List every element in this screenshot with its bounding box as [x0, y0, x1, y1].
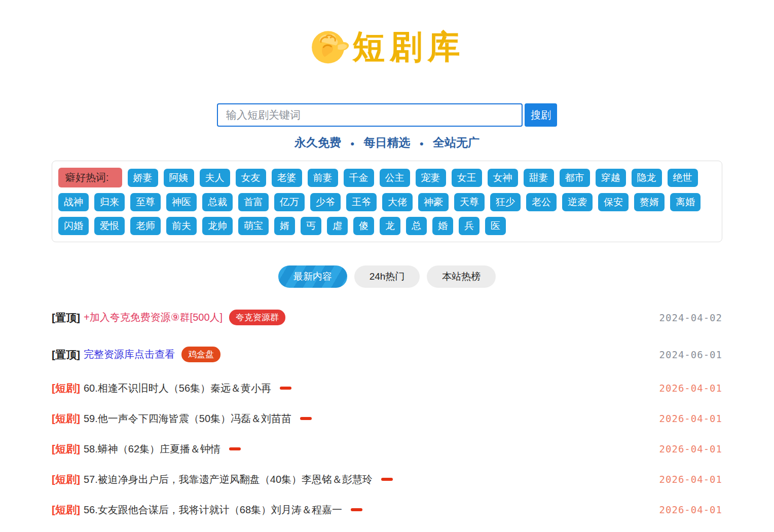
site-header: 短剧库: [0, 21, 774, 72]
keyword-tag[interactable]: 千金: [344, 169, 374, 187]
keyword-tag[interactable]: 都市: [560, 169, 590, 187]
keyword-tag[interactable]: 丐: [301, 217, 321, 235]
keyword-tag[interactable]: 娇妻: [128, 169, 158, 187]
search-button[interactable]: 搜剧: [525, 103, 557, 127]
list-item-title[interactable]: 57.被迫净身出户后，我靠遗产逆风翻盘（40集）李恩铭＆彭慧玲: [84, 473, 373, 486]
list-item: [短剧]55.妈妈只爱我（70集）王阡惠＆牛博宇2026-04-01: [52, 525, 722, 532]
keyword-tag[interactable]: 龙帅: [202, 217, 233, 235]
hot-keywords-label: 癖好热词:: [58, 168, 122, 187]
list-item-prefix: [置顶]: [52, 311, 80, 325]
site-tagline: 永久免费●每日精选●全站无广: [0, 135, 774, 150]
tagline-dot-icon: ●: [350, 139, 354, 147]
keyword-tag[interactable]: 龙: [380, 217, 400, 235]
search-input[interactable]: [217, 103, 523, 127]
keyword-tag[interactable]: 神医: [166, 193, 197, 211]
keyword-tag[interactable]: 大佬: [382, 193, 413, 211]
list-item-title[interactable]: 完整资源库点击查看: [84, 348, 175, 361]
list-item-prefix: [短剧]: [52, 381, 80, 395]
keyword-tag[interactable]: 王爷: [346, 193, 377, 211]
keyword-tag[interactable]: 女友: [236, 169, 266, 187]
keyword-tag[interactable]: 至尊: [130, 193, 161, 211]
keyword-tag[interactable]: 老师: [130, 217, 161, 235]
keyword-tag[interactable]: 保安: [598, 193, 629, 211]
keyword-tag[interactable]: 神豪: [418, 193, 449, 211]
keyword-tag[interactable]: 女神: [488, 169, 518, 187]
list-item-title[interactable]: 56.女友跟他合谋后，我将计就计（68集）刘月涛＆程嘉一: [84, 503, 342, 517]
tab-active[interactable]: 最新内容: [278, 265, 347, 288]
tab-item[interactable]: 24h热门: [354, 265, 420, 288]
list-item-prefix: [短剧]: [52, 503, 80, 517]
keyword-tag[interactable]: 阿姨: [164, 169, 194, 187]
keyword-tag[interactable]: 赘婿: [634, 193, 665, 211]
keyword-tag[interactable]: 婚: [432, 217, 453, 235]
keyword-tag[interactable]: 婿: [274, 217, 295, 235]
keyword-tag[interactable]: 前妻: [308, 169, 338, 187]
content-tabs: 最新内容24h热门本站热榜: [0, 265, 774, 288]
list-item-title[interactable]: 58.蟒神（62集）庄夏播＆钟情: [84, 442, 220, 456]
keyword-tag[interactable]: 亿万: [274, 193, 305, 211]
keyword-tag[interactable]: 离婚: [670, 193, 701, 211]
list-item-title[interactable]: 60.相逢不识旧时人（56集）秦远＆黄小再: [84, 382, 271, 395]
keyword-tag[interactable]: 战神: [58, 193, 89, 211]
list-item-title[interactable]: +加入夸克免费资源⑨群[500人]: [84, 311, 223, 324]
red-dash-icon: [381, 478, 393, 481]
list-item-title[interactable]: 59.他一声令下四海皆震（50集）冯磊＆刘苗苗: [84, 412, 291, 426]
list-item-main: [短剧]60.相逢不识旧时人（56集）秦远＆黄小再: [52, 381, 291, 395]
list-item-badge: 鸡盒盘: [181, 347, 220, 362]
list-item: [短剧]58.蟒神（62集）庄夏播＆钟情2026-04-01: [52, 434, 722, 464]
red-dash-icon: [229, 447, 241, 450]
list-item-main: [短剧]56.女友跟他合谋后，我将计就计（68集）刘月涛＆程嘉一: [52, 503, 362, 517]
keyword-tag[interactable]: 闪婚: [58, 217, 89, 235]
list-item-date: 2026-04-01: [659, 443, 722, 454]
tagline-item: 每日精选: [364, 136, 411, 149]
site-title: 短剧库: [353, 25, 465, 69]
list-item-prefix: [短剧]: [52, 442, 80, 456]
list-item-prefix: [置顶]: [52, 348, 80, 362]
keyword-tag[interactable]: 天尊: [454, 193, 485, 211]
keyword-tag[interactable]: 少爷: [310, 193, 341, 211]
list-item-prefix: [短剧]: [52, 472, 80, 486]
red-dash-icon: [300, 417, 312, 420]
keyword-tag[interactable]: 穿越: [596, 169, 626, 187]
red-dash-icon: [351, 508, 362, 511]
keyword-tag[interactable]: 甜妻: [524, 169, 554, 187]
list-item: [短剧]60.相逢不识旧时人（56集）秦远＆黄小再2026-04-01: [52, 373, 722, 403]
keyword-tag[interactable]: 逆袭: [562, 193, 593, 211]
keyword-tag[interactable]: 医: [485, 217, 506, 235]
search-bar: 搜剧: [0, 103, 774, 127]
keyword-tag[interactable]: 总: [406, 217, 427, 235]
keyword-tag[interactable]: 隐龙: [632, 169, 662, 187]
tagline-dot-icon: ●: [420, 139, 424, 147]
keyword-tag[interactable]: 狂少: [490, 193, 521, 211]
keyword-tag[interactable]: 傻: [353, 217, 374, 235]
keyword-tag[interactable]: 绝世: [668, 169, 698, 187]
list-item-badge: 夸克资源群: [229, 310, 285, 325]
keyword-tag[interactable]: 归来: [94, 193, 125, 211]
keyword-tag[interactable]: 老婆: [272, 169, 302, 187]
list-item-main: [短剧]59.他一声令下四海皆震（50集）冯磊＆刘苗苗: [52, 411, 312, 426]
keyword-tag[interactable]: 夫人: [200, 169, 230, 187]
list-item-date: 2026-04-01: [659, 504, 722, 515]
list-item-main: [置顶]+加入夸克免费资源⑨群[500人]夸克资源群: [52, 310, 285, 325]
list-item: [短剧]59.他一声令下四海皆震（50集）冯磊＆刘苗苗2026-04-01: [52, 403, 722, 434]
list-item: [置顶]+加入夸克免费资源⑨群[500人]夸克资源群2024-04-02: [52, 299, 722, 336]
keyword-tag[interactable]: 萌宝: [238, 217, 269, 235]
keyword-tag[interactable]: 虐: [327, 217, 348, 235]
keyword-tag[interactable]: 老公: [526, 193, 557, 211]
tab-item[interactable]: 本站热榜: [427, 265, 496, 288]
keyword-tag[interactable]: 宠妻: [416, 169, 446, 187]
keyword-tag[interactable]: 女王: [452, 169, 482, 187]
keyword-tag[interactable]: 前夫: [166, 217, 197, 235]
keyword-tag[interactable]: 兵: [459, 217, 480, 235]
red-dash-icon: [280, 387, 291, 390]
list-item-date: 2026-04-01: [659, 383, 722, 394]
list-item-date: 2024-06-01: [659, 349, 722, 360]
keyword-tag[interactable]: 爱恨: [94, 217, 125, 235]
keyword-tag[interactable]: 公主: [380, 169, 410, 187]
keyword-tag[interactable]: 首富: [238, 193, 269, 211]
list-item: [短剧]57.被迫净身出户后，我靠遗产逆风翻盘（40集）李恩铭＆彭慧玲2026-…: [52, 464, 722, 495]
keyword-tag[interactable]: 总裁: [202, 193, 233, 211]
list-item: [置顶]完整资源库点击查看鸡盒盘2024-06-01: [52, 336, 722, 373]
tagline-item: 永久免费: [294, 136, 341, 149]
list-item-date: 2024-04-02: [659, 312, 722, 323]
